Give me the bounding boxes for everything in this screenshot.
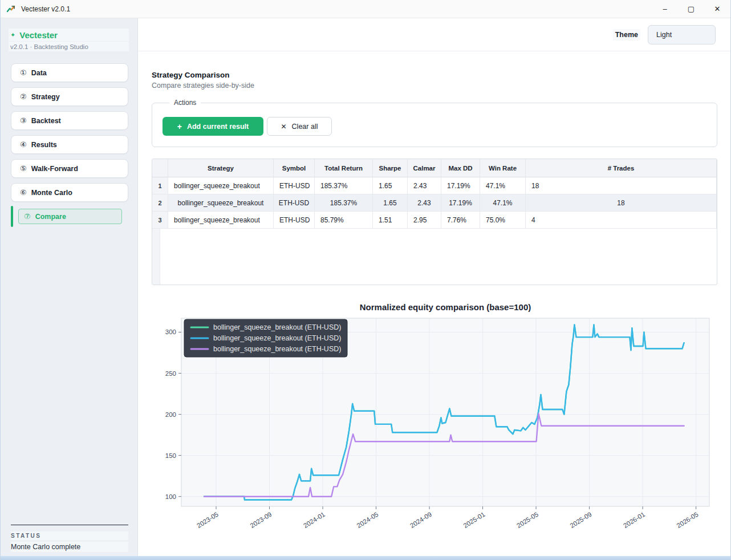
theme-label: Theme bbox=[613, 29, 640, 40]
table-cell[interactable]: 185.37% bbox=[315, 194, 373, 212]
table-cell[interactable]: ETH-USD bbox=[274, 194, 315, 212]
table-cell[interactable]: 2.43 bbox=[408, 177, 441, 194]
legend-entry: bollinger_squeeze_breakout (ETH-USD) bbox=[213, 323, 341, 331]
page-subtitle: Compare strategies side-by-side bbox=[152, 82, 254, 90]
step-number-icon: ① bbox=[20, 68, 27, 77]
sidebar-item-inner: ④Results bbox=[20, 140, 57, 149]
sidebar: ✦ Vectester v2.0.1 · Backtesting Studio … bbox=[1, 18, 138, 556]
table-row-gutter bbox=[152, 229, 160, 285]
x-tick-label: 2026-05 bbox=[676, 511, 700, 530]
table-cell[interactable]: 2.95 bbox=[408, 212, 441, 229]
column-header[interactable]: Symbol bbox=[274, 159, 315, 177]
chart-legend: bollinger_squeeze_breakout (ETH-USD)boll… bbox=[184, 319, 347, 357]
step-number-icon: ⑤ bbox=[20, 164, 27, 173]
table-cell[interactable]: 17.19% bbox=[441, 177, 480, 194]
sidebar-item-monte-carlo[interactable]: ⑥Monte Carlo bbox=[11, 183, 128, 202]
y-tick-label: 200 bbox=[165, 411, 176, 418]
sidebar-item-label: Backtest bbox=[31, 117, 61, 125]
x-tick-label: 2025-09 bbox=[568, 511, 592, 530]
theme-select[interactable]: Light bbox=[648, 25, 716, 44]
window-title: Vectester v2.0.1 bbox=[21, 5, 70, 13]
table-cell[interactable]: 2.43 bbox=[408, 194, 441, 212]
column-header[interactable]: Win Rate bbox=[480, 159, 526, 177]
sidebar-item-backtest[interactable]: ③Backtest bbox=[11, 111, 128, 130]
column-header[interactable]: # Trades bbox=[526, 159, 717, 177]
brand: ✦ Vectester bbox=[9, 29, 129, 41]
table-cell[interactable]: 75.0% bbox=[480, 212, 526, 229]
table-cell[interactable]: 7.76% bbox=[441, 212, 480, 229]
comparison-table: StrategySymbolTotal ReturnSharpeCalmarMa… bbox=[152, 159, 717, 285]
step-number-icon: ⑦ bbox=[24, 212, 31, 221]
clear-all-button[interactable]: ✕ Clear all bbox=[267, 117, 332, 136]
table-cell[interactable]: bollinger_squeeze_breakout bbox=[168, 212, 274, 229]
sidebar-item-results[interactable]: ④Results bbox=[11, 135, 128, 154]
step-number-icon: ⑥ bbox=[20, 188, 27, 197]
sidebar-item-compare[interactable]: ⑦Compare bbox=[11, 207, 128, 226]
legend-entry: bollinger_squeeze_breakout (ETH-USD) bbox=[213, 334, 341, 342]
row-number[interactable]: 1 bbox=[152, 177, 168, 194]
sidebar-item-inner: ⑦Compare bbox=[18, 209, 122, 224]
window-controls: – ▢ ✕ bbox=[652, 0, 730, 18]
chart-title: Normalized equity comparison (base=100) bbox=[360, 302, 531, 312]
topbar: Theme Light bbox=[138, 18, 730, 51]
maximize-button[interactable]: ▢ bbox=[678, 0, 704, 18]
column-header[interactable]: Total Return bbox=[315, 159, 373, 177]
column-header[interactable]: Max DD bbox=[441, 159, 480, 177]
brand-name: Vectester bbox=[19, 30, 58, 40]
table-cell[interactable]: 1.65 bbox=[373, 177, 408, 194]
sidebar-item-label: Data bbox=[31, 69, 47, 77]
table-cell[interactable]: 1.51 bbox=[373, 212, 408, 229]
x-tick-label: 2025-05 bbox=[515, 511, 539, 530]
equity-chart-svg: 2023-052023-092024-012024-052024-092025-… bbox=[152, 291, 731, 560]
main-content: Theme Light Strategy Comparison Compare … bbox=[138, 18, 730, 556]
x-tick-label: 2024-05 bbox=[355, 511, 379, 530]
table-cell[interactable]: bollinger_squeeze_breakout bbox=[168, 194, 274, 212]
sidebar-item-label: Walk-Forward bbox=[31, 165, 78, 173]
x-tick-label: 2026-01 bbox=[622, 511, 646, 530]
table-cell[interactable]: 85.79% bbox=[315, 212, 373, 229]
sidebar-item-strategy[interactable]: ②Strategy bbox=[11, 87, 128, 106]
step-number-icon: ③ bbox=[20, 116, 27, 125]
column-header[interactable]: Strategy bbox=[168, 159, 274, 177]
app-version: v2.0.1 · Backtesting Studio bbox=[9, 42, 129, 51]
table-cell[interactable]: 18 bbox=[526, 177, 717, 194]
titlebar: Vectester v2.0.1 – ▢ ✕ bbox=[1, 0, 730, 18]
sidebar-item-inner: ②Strategy bbox=[20, 92, 60, 101]
table-cell[interactable]: 1.65 bbox=[373, 194, 408, 212]
table-cell[interactable]: 47.1% bbox=[480, 194, 526, 212]
app-window: Vectester v2.0.1 – ▢ ✕ ✦ Vectester v2.0.… bbox=[0, 0, 731, 560]
table-cell[interactable]: 17.19% bbox=[441, 194, 480, 212]
sidebar-item-label: Compare bbox=[35, 213, 66, 221]
sidebar-item-inner: ⑥Monte Carlo bbox=[20, 188, 72, 197]
sidebar-item-label: Results bbox=[31, 141, 57, 149]
close-button[interactable]: ✕ bbox=[704, 0, 730, 18]
table-cell[interactable]: 47.1% bbox=[480, 177, 526, 194]
sidebar-item-inner: ③Backtest bbox=[20, 116, 61, 125]
column-header[interactable]: Sharpe bbox=[373, 159, 408, 177]
table-corner-header bbox=[152, 159, 168, 177]
x-icon: ✕ bbox=[281, 123, 287, 131]
y-tick-label: 250 bbox=[165, 370, 176, 377]
row-number[interactable]: 3 bbox=[152, 212, 168, 229]
sidebar-item-inner: ⑤Walk-Forward bbox=[20, 164, 78, 173]
table-cell[interactable]: bollinger_squeeze_breakout bbox=[168, 177, 274, 194]
sidebar-item-data[interactable]: ①Data bbox=[11, 63, 128, 82]
row-number[interactable]: 2 bbox=[152, 194, 168, 212]
table-cell[interactable]: ETH-USD bbox=[274, 212, 315, 229]
column-header[interactable]: Calmar bbox=[408, 159, 441, 177]
status-text: Monte Carlo complete bbox=[11, 542, 128, 552]
y-tick-label: 150 bbox=[165, 452, 176, 459]
page-title: Strategy Comparison bbox=[152, 71, 230, 79]
table-cell[interactable]: 18 bbox=[526, 194, 717, 212]
status-label: STATUS bbox=[11, 531, 128, 540]
minimize-button[interactable]: – bbox=[652, 0, 678, 18]
table-cell[interactable]: 185.37% bbox=[315, 177, 373, 194]
plus-icon: + bbox=[177, 122, 182, 131]
add-current-result-label: Add current result bbox=[187, 123, 249, 131]
clear-all-label: Clear all bbox=[292, 123, 318, 131]
sidebar-item-walk-forward[interactable]: ⑤Walk-Forward bbox=[11, 159, 128, 178]
add-current-result-button[interactable]: + Add current result bbox=[163, 117, 263, 136]
table-cell[interactable]: 4 bbox=[526, 212, 717, 229]
table-cell[interactable]: ETH-USD bbox=[274, 177, 315, 194]
brand-diamond-icon: ✦ bbox=[10, 31, 15, 39]
